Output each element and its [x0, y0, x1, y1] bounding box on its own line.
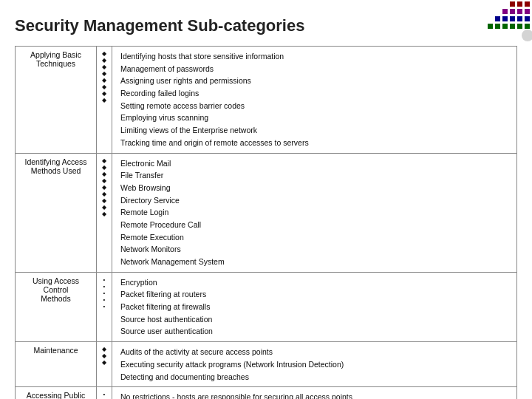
description-cell: EncryptionPacket filtering at routersPac…: [112, 272, 517, 341]
category-cell: Maintenance: [16, 342, 97, 387]
list-item: Management of passwords: [117, 63, 511, 75]
list-item: Web Browsing: [117, 182, 511, 194]
svg-rect-0: [510, 1, 515, 7]
list-item: Network Management System: [117, 256, 511, 268]
page-title: Security Management Sub-categories: [15, 16, 517, 35]
list-item: Encryption: [117, 276, 511, 289]
description-cell: Identifying hosts that store sensitive i…: [112, 47, 517, 154]
svg-rect-17: [525, 24, 530, 29]
list-item: Remote Execution: [117, 231, 511, 244]
svg-rect-5: [517, 9, 522, 14]
list-item: Tracking time and origin of remote acces…: [117, 137, 511, 149]
svg-rect-7: [495, 16, 500, 21]
svg-rect-9: [510, 16, 515, 21]
category-cell: Accessing Public Data Networks: [16, 387, 97, 399]
list-item: No restrictions - hosts are responsible …: [117, 391, 511, 399]
description-cell: Electronic MailFile TransferWeb Browsing…: [112, 153, 517, 272]
svg-rect-11: [525, 16, 530, 21]
table-row: Accessing Public Data Networks••No restr…: [16, 387, 517, 399]
list-item: Remote Login: [117, 206, 511, 219]
dots-decoration: [466, 0, 532, 66]
list-item: Audits of the activity at secure access …: [117, 346, 511, 358]
category-cell: Identifying Access Methods Used: [16, 153, 97, 272]
svg-rect-15: [510, 24, 515, 29]
list-item: Electronic Mail: [117, 157, 511, 170]
list-item: Executing security attack programs (Netw…: [117, 358, 511, 371]
list-item: Source host authentication: [117, 313, 511, 326]
description-cell: No restrictions - hosts are responsible …: [112, 387, 517, 399]
description-cell: Audits of the activity at secure access …: [112, 342, 517, 387]
category-cell: Applying Basic Techniques: [16, 47, 97, 154]
bullet-indicator-cell: ••: [97, 387, 112, 399]
svg-rect-13: [495, 24, 500, 29]
list-item: Limiting views of the Enterprise network: [117, 124, 511, 137]
svg-rect-4: [510, 9, 515, 14]
svg-rect-14: [502, 24, 508, 29]
svg-rect-10: [517, 16, 522, 21]
bullet-indicator-cell: ◆◆◆◆◆◆◆◆: [97, 47, 112, 154]
table-row: Using Access Control Methods•••••Encrypt…: [16, 272, 517, 341]
bullet-indicator-cell: •••••: [97, 272, 112, 341]
svg-rect-12: [488, 24, 493, 29]
svg-rect-16: [517, 24, 522, 29]
svg-rect-8: [502, 16, 508, 21]
list-item: Assigning user rights and permissions: [117, 75, 511, 87]
table-row: Identifying Access Methods Used◆◆◆◆◆◆◆◆◆…: [16, 153, 517, 272]
list-item: Setting remote access barrier codes: [117, 100, 511, 112]
list-item: Employing virus scanning: [117, 112, 511, 124]
list-item: Network Monitors: [117, 243, 511, 256]
svg-rect-6: [525, 9, 530, 14]
list-item: Directory Service: [117, 194, 511, 207]
svg-point-18: [522, 30, 532, 41]
list-item: Detecting and documenting breaches: [117, 371, 511, 383]
list-item: Source user authentication: [117, 325, 511, 338]
bullet-indicator-cell: ◆◆◆◆◆◆◆◆◆: [97, 153, 112, 272]
svg-rect-3: [502, 9, 508, 14]
page-container: Security Management Sub-categories Apply…: [0, 0, 532, 399]
category-cell: Using Access Control Methods: [16, 272, 97, 341]
list-item: Remote Procedure Call: [117, 219, 511, 231]
list-item: File Transfer: [117, 169, 511, 182]
list-item: Recording failed logins: [117, 87, 511, 100]
list-item: Packet filtering at routers: [117, 288, 511, 301]
table-row: Maintenance◆◆◆Audits of the activity at …: [16, 342, 517, 387]
list-item: Packet filtering at firewalls: [117, 301, 511, 313]
table-row: Applying Basic Techniques◆◆◆◆◆◆◆◆Identif…: [16, 47, 517, 154]
list-item: Identifying hosts that store sensitive i…: [117, 50, 511, 63]
svg-rect-1: [517, 1, 522, 7]
svg-rect-2: [525, 1, 530, 7]
bullet-indicator-cell: ◆◆◆: [97, 342, 112, 387]
main-table: Applying Basic Techniques◆◆◆◆◆◆◆◆Identif…: [15, 46, 517, 399]
